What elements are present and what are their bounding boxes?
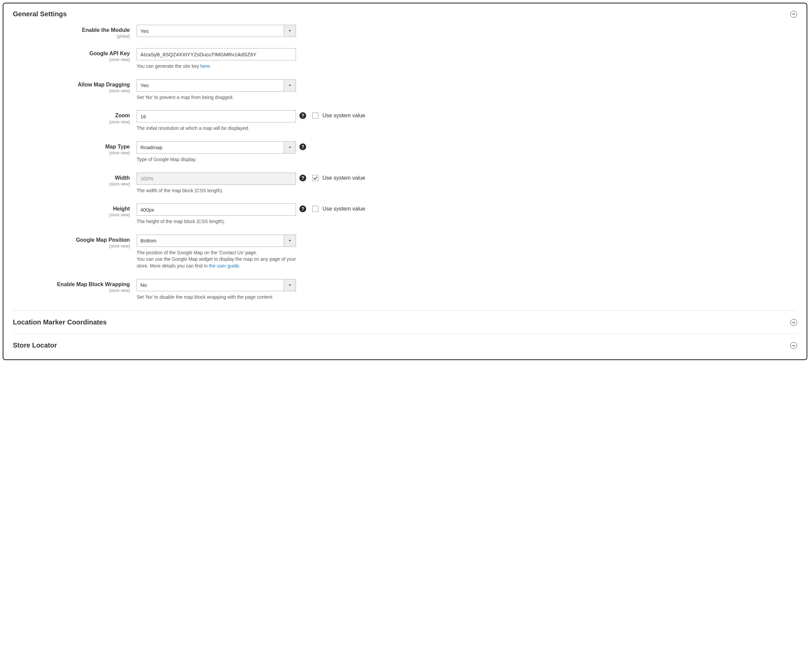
google-api-key-hint: You can generate the site key here. bbox=[137, 63, 296, 70]
section-title-store-locator: Store Locator bbox=[13, 341, 57, 349]
allow-dragging-hint: Set 'No' to prevent a map from being dra… bbox=[137, 94, 296, 101]
map-position-label: Google Map Position bbox=[76, 237, 130, 243]
use-system-value-label: Use system value bbox=[322, 206, 365, 212]
scope-store-view: [store view] bbox=[13, 88, 130, 93]
scope-store-view: [store view] bbox=[13, 120, 130, 125]
google-api-key-input[interactable] bbox=[137, 48, 296, 60]
zoom-input[interactable] bbox=[137, 110, 296, 122]
scope-store-view: [store view] bbox=[13, 182, 130, 186]
map-type-hint: Type of Google Map display. bbox=[137, 156, 296, 163]
chevron-up-icon bbox=[790, 11, 797, 18]
section-header-marker[interactable]: Location Marker Coordinates bbox=[13, 311, 797, 334]
help-icon[interactable]: ? bbox=[299, 175, 306, 181]
block-wrapping-label: Enable Map Block Wrapping bbox=[57, 281, 130, 287]
block-wrapping-hint: Set 'No' to disable the map block wrappi… bbox=[137, 294, 296, 301]
height-use-system-checkbox[interactable] bbox=[312, 206, 318, 212]
map-type-label: Map Type bbox=[105, 144, 130, 150]
block-wrapping-select[interactable]: No bbox=[137, 279, 296, 291]
section-header-general[interactable]: General Settings bbox=[13, 10, 797, 25]
general-settings-form: Enable the Module [global] Yes Google AP… bbox=[13, 25, 797, 311]
scope-store-view: [store view] bbox=[13, 288, 130, 293]
width-label: Width bbox=[115, 175, 130, 181]
section-title-marker: Location Marker Coordinates bbox=[13, 318, 107, 326]
scope-global: [global] bbox=[13, 34, 130, 39]
zoom-hint: The initial resolution at which a map wi… bbox=[137, 125, 296, 132]
enable-module-select[interactable]: Yes bbox=[137, 25, 296, 37]
map-position-select[interactable]: Bottom bbox=[137, 235, 296, 247]
allow-dragging-label: Allow Map Dragging bbox=[78, 82, 130, 88]
generate-key-link[interactable]: here bbox=[201, 63, 210, 69]
allow-dragging-select[interactable]: Yes bbox=[137, 79, 296, 91]
help-icon[interactable]: ? bbox=[299, 112, 306, 119]
use-system-value-label: Use system value bbox=[322, 113, 365, 119]
zoom-label: Zoom bbox=[115, 113, 130, 118]
width-input bbox=[137, 172, 296, 185]
height-input[interactable] bbox=[137, 203, 296, 216]
width-use-system-checkbox[interactable] bbox=[312, 175, 318, 181]
zoom-use-system-checkbox[interactable] bbox=[312, 113, 318, 119]
help-icon[interactable]: ? bbox=[299, 206, 306, 212]
height-hint: The height of the map block (CSS length)… bbox=[137, 218, 296, 225]
scope-store-view: [store view] bbox=[13, 213, 130, 217]
map-type-select[interactable]: Roadmap bbox=[137, 142, 296, 154]
height-label: Height bbox=[113, 206, 130, 211]
help-icon[interactable]: ? bbox=[299, 144, 306, 150]
scope-store-view: [store view] bbox=[13, 150, 130, 155]
width-hint: The width of the map block (CSS length). bbox=[137, 187, 296, 194]
chevron-down-icon bbox=[790, 342, 797, 349]
google-api-key-label: Google API Key bbox=[89, 51, 130, 56]
scope-store-view: [store view] bbox=[13, 57, 130, 62]
chevron-down-icon bbox=[790, 319, 797, 326]
user-guide-link[interactable]: the user guide bbox=[209, 263, 239, 268]
enable-module-label: Enable the Module bbox=[82, 27, 130, 33]
section-header-store-locator[interactable]: Store Locator bbox=[13, 334, 797, 360]
use-system-value-label: Use system value bbox=[322, 175, 365, 181]
section-title-general: General Settings bbox=[13, 10, 67, 18]
map-position-hint: The position of the Google Map on the 'C… bbox=[137, 250, 296, 270]
scope-store-view: [store view] bbox=[13, 244, 130, 248]
